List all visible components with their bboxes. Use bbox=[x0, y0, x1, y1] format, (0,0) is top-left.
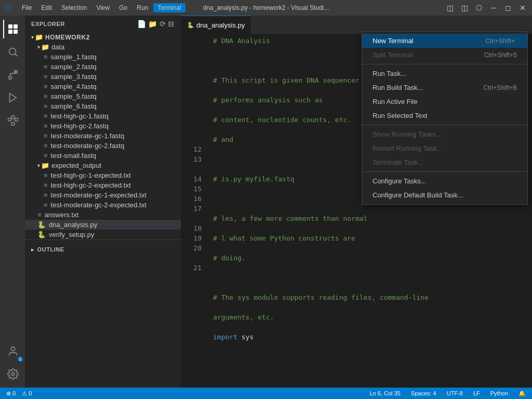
tree-file-test-mod-gc-2[interactable]: ≡ test-moderate-gc-2.fastq bbox=[25, 141, 181, 151]
tab-label: dna_analysis.py bbox=[196, 21, 245, 29]
file-icon: ≡ bbox=[44, 102, 48, 110]
refresh-icon[interactable]: ⟳ bbox=[159, 20, 166, 28]
menu-shortcut: Ctrl+Shift+5 bbox=[484, 51, 517, 59]
layout2-icon[interactable]: ◫ bbox=[459, 4, 470, 12]
menu-run-build-task[interactable]: Run Build Task... Ctrl+Shift+B bbox=[362, 81, 527, 95]
menu-separator-2 bbox=[362, 125, 527, 125]
chevron-right-icon: ▸ bbox=[31, 247, 34, 252]
status-language[interactable]: Python bbox=[488, 390, 510, 396]
menu-run-selected-text[interactable]: Run Selected Text bbox=[362, 109, 527, 123]
layout-icon[interactable]: ◫ bbox=[445, 4, 455, 12]
notification-bell-icon[interactable]: 🔔 bbox=[516, 390, 528, 397]
activity-settings[interactable] bbox=[3, 365, 22, 383]
svg-line-5 bbox=[15, 54, 17, 56]
tree-folder-expected-output[interactable]: ▾ 📁 expected_output bbox=[25, 161, 181, 170]
minimize-button[interactable]: ─ bbox=[488, 4, 499, 12]
tree-file-test-high-gc-1[interactable]: ≡ test-high-gc-1.fastq bbox=[25, 111, 181, 121]
python-tab-icon: 🐍 bbox=[187, 22, 194, 29]
tree-file-test-small[interactable]: ≡ test-small.fastq bbox=[25, 151, 181, 161]
menu-go[interactable]: Go bbox=[115, 3, 131, 12]
status-cursor-position[interactable]: Ln 6, Col 35 bbox=[367, 390, 402, 396]
tree-file-expected-mod-2[interactable]: ≡ test-moderate-gc-2-expected.txt bbox=[25, 200, 181, 210]
menu-run-task[interactable]: Run Task... bbox=[362, 66, 527, 81]
menu-show-running-tasks: Show Running Tasks... bbox=[362, 127, 527, 141]
split-icon[interactable]: ⎔ bbox=[474, 4, 484, 12]
tree-file-sample4[interactable]: ≡ sample_4.fastq bbox=[25, 82, 181, 91]
tree-label: sample_5.fastq bbox=[51, 92, 97, 100]
tree-folder-homework2[interactable]: ▾ 📁 HOMEWORK2 bbox=[25, 32, 181, 42]
terminal-dropdown-menu: New Terminal Ctrl+Shift+` Split Terminal… bbox=[362, 31, 528, 205]
tree-file-expected-mod-1[interactable]: ≡ test-moderate-gc-1-expected.txt bbox=[25, 190, 181, 200]
svg-point-6 bbox=[9, 76, 12, 79]
file-icon: ≡ bbox=[44, 181, 48, 189]
tree-label: test-high-gc-2.fastq bbox=[51, 122, 109, 130]
menu-edit[interactable]: Edit bbox=[37, 3, 56, 12]
tree-file-test-high-gc-2[interactable]: ≡ test-high-gc-2.fastq bbox=[25, 121, 181, 131]
activity-account[interactable]: 1 bbox=[3, 342, 22, 361]
tree-label: verify_setup.py bbox=[49, 231, 94, 238]
file-icon: ≡ bbox=[37, 211, 42, 219]
new-folder-icon[interactable]: 📁 bbox=[148, 20, 157, 28]
status-encoding[interactable]: UTF-8 bbox=[445, 390, 465, 396]
tree-file-expected-high-1[interactable]: ≡ test-high-gc-1-expected.txt bbox=[25, 170, 181, 180]
status-errors[interactable]: ⊗ 0 bbox=[4, 390, 18, 397]
tree-file-answers[interactable]: ≡ answers.txt bbox=[25, 210, 181, 220]
file-icon: ≡ bbox=[44, 152, 48, 159]
status-line-endings[interactable]: LF bbox=[471, 390, 482, 396]
tree-file-verify-setup[interactable]: 🐍 verify_setup.py bbox=[25, 230, 181, 240]
svg-rect-10 bbox=[15, 118, 18, 121]
vscode-icon: ⬡ bbox=[4, 3, 11, 13]
tree-label: answers.txt bbox=[45, 211, 79, 219]
tree-file-expected-high-2[interactable]: ≡ test-high-gc-2-expected.txt bbox=[25, 180, 181, 190]
collapse-icon[interactable]: ⊟ bbox=[168, 20, 175, 28]
menu-run-active-file[interactable]: Run Active File bbox=[362, 95, 527, 109]
menu-item-label: Terminate Task... bbox=[373, 158, 423, 166]
menu-configure-tasks[interactable]: Configure Tasks... bbox=[362, 174, 527, 188]
maximize-button[interactable]: ◻ bbox=[503, 4, 513, 12]
chevron-down-icon: ▾ bbox=[37, 44, 40, 50]
tree-label: test-moderate-gc-1-expected.txt bbox=[51, 191, 147, 199]
tree-label: test-moderate-gc-2.fastq bbox=[51, 142, 125, 150]
tree-file-sample3[interactable]: ≡ sample_3.fastq bbox=[25, 72, 181, 82]
menu-selection[interactable]: Selection bbox=[57, 3, 91, 12]
tree-file-test-mod-gc-1[interactable]: ≡ test-moderate-gc-1.fastq bbox=[25, 131, 181, 141]
tree-folder-data[interactable]: ▾ 📁 data bbox=[25, 42, 181, 52]
tree-label: expected_output bbox=[51, 162, 101, 169]
tree-label: data bbox=[51, 43, 64, 51]
outline-header[interactable]: ▸ OUTLINE bbox=[25, 242, 181, 257]
menu-terminal[interactable]: Terminal bbox=[153, 3, 185, 12]
menu-item-label: New Terminal bbox=[373, 37, 414, 45]
new-file-icon[interactable]: 📄 bbox=[137, 20, 147, 28]
activity-search[interactable] bbox=[3, 43, 22, 61]
tree-label: sample_3.fastq bbox=[51, 73, 97, 81]
menu-run[interactable]: Run bbox=[132, 3, 152, 12]
menu-new-terminal[interactable]: New Terminal Ctrl+Shift+` bbox=[362, 34, 527, 48]
menu-view[interactable]: View bbox=[92, 3, 114, 12]
tree-label: HOMEWORK2 bbox=[45, 34, 90, 41]
activity-source-control[interactable] bbox=[3, 65, 22, 84]
python-file-icon: 🐍 bbox=[37, 231, 46, 238]
dropdown-overlay[interactable]: New Terminal Ctrl+Shift+` Split Terminal… bbox=[181, 31, 532, 388]
menu-restart-running-task: Restart Running Task... bbox=[362, 141, 527, 155]
menu-configure-default-build-task[interactable]: Configure Default Build Task... bbox=[362, 188, 527, 202]
tree-file-sample2[interactable]: ≡ sample_2.fastq bbox=[25, 62, 181, 72]
status-warnings[interactable]: ⚠ 0 bbox=[20, 390, 34, 397]
menu-file[interactable]: File bbox=[18, 3, 36, 12]
tree-label: sample_1.fastq bbox=[51, 53, 97, 61]
tree-label: test-moderate-gc-1.fastq bbox=[51, 132, 125, 140]
activity-extensions[interactable] bbox=[3, 111, 22, 130]
tree-file-sample1[interactable]: ≡ sample_1.fastq bbox=[25, 52, 181, 62]
file-icon: ≡ bbox=[44, 142, 48, 150]
tree-file-sample6[interactable]: ≡ sample_6.fastq bbox=[25, 101, 181, 111]
status-left: ⊗ 0 ⚠ 0 bbox=[4, 390, 34, 397]
menu-item-label: Run Active File bbox=[373, 98, 418, 105]
close-button[interactable]: ✕ bbox=[517, 4, 528, 12]
menu-shortcut: Ctrl+Shift+` bbox=[485, 37, 517, 45]
explorer-header: EXPLORER 📄 📁 ⟳ ⊟ bbox=[25, 16, 181, 32]
tree-file-dna-analysis[interactable]: 🐍 dna_analysis.py bbox=[25, 220, 181, 230]
status-right: Ln 6, Col 35 Spaces: 4 UTF-8 LF Python 🔔 bbox=[367, 390, 528, 397]
activity-run[interactable] bbox=[3, 88, 22, 107]
tree-file-sample5[interactable]: ≡ sample_5.fastq bbox=[25, 91, 181, 101]
status-spaces[interactable]: Spaces: 4 bbox=[409, 390, 438, 396]
activity-explorer[interactable] bbox=[3, 20, 22, 38]
